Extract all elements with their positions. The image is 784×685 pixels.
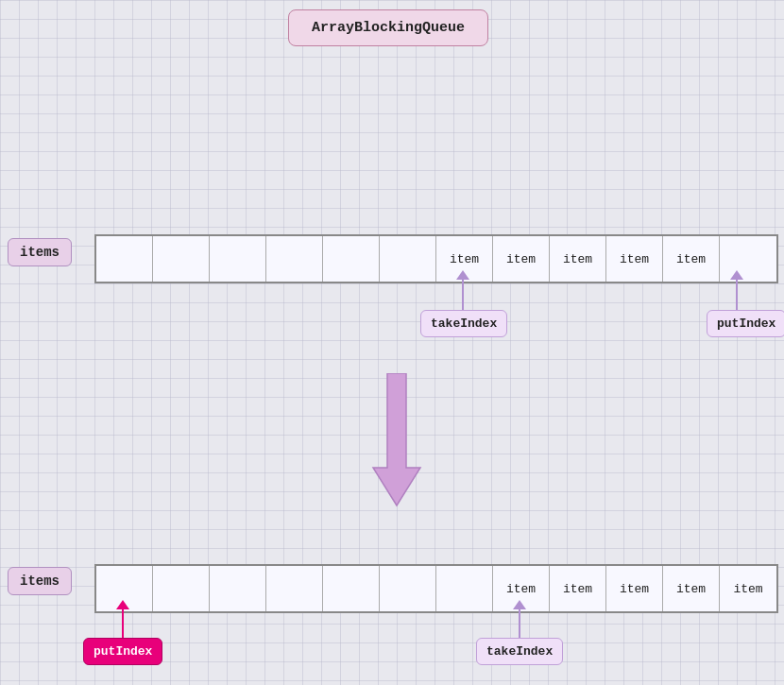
array-cell-item: item — [493, 236, 550, 282]
array-cell-item: item — [663, 566, 720, 611]
array-cell — [436, 566, 493, 611]
bottom-put-index-label: putIndex — [83, 638, 162, 665]
array-cell — [323, 236, 380, 282]
array-cell — [266, 236, 323, 282]
array-cell-item: item — [720, 566, 776, 611]
top-items-label: items — [8, 238, 72, 266]
array-cell-item: item — [663, 236, 720, 282]
bottom-array-row: item item item item item — [94, 564, 778, 613]
array-cell — [153, 236, 210, 282]
big-down-arrow — [368, 373, 425, 515]
array-cell-item: item — [550, 566, 606, 611]
array-cell — [380, 236, 436, 282]
bottom-take-index-arrow — [519, 609, 520, 638]
top-array-row: item item item item item — [94, 234, 778, 283]
array-cell-item: item — [606, 566, 663, 611]
top-take-index-label: takeIndex — [420, 310, 507, 337]
array-cell — [380, 566, 436, 611]
svg-marker-0 — [373, 373, 420, 505]
array-cell — [210, 566, 266, 611]
array-cell — [266, 566, 323, 611]
abq-title-box: ArrayBlockingQueue — [288, 9, 488, 46]
top-put-index-label: putIndex — [707, 310, 784, 337]
array-cell — [323, 566, 380, 611]
array-cell — [153, 566, 210, 611]
take-index-arrow-top — [462, 280, 464, 310]
array-cell — [96, 236, 153, 282]
bottom-items-label: items — [8, 567, 72, 595]
bottom-take-index-label: takeIndex — [476, 638, 563, 665]
array-cell-item: item — [550, 236, 606, 282]
put-index-arrow-top — [736, 280, 738, 310]
array-cell — [210, 236, 266, 282]
array-cell-item: item — [606, 236, 663, 282]
array-cell — [720, 236, 776, 282]
bottom-put-index-arrow — [122, 609, 124, 638]
